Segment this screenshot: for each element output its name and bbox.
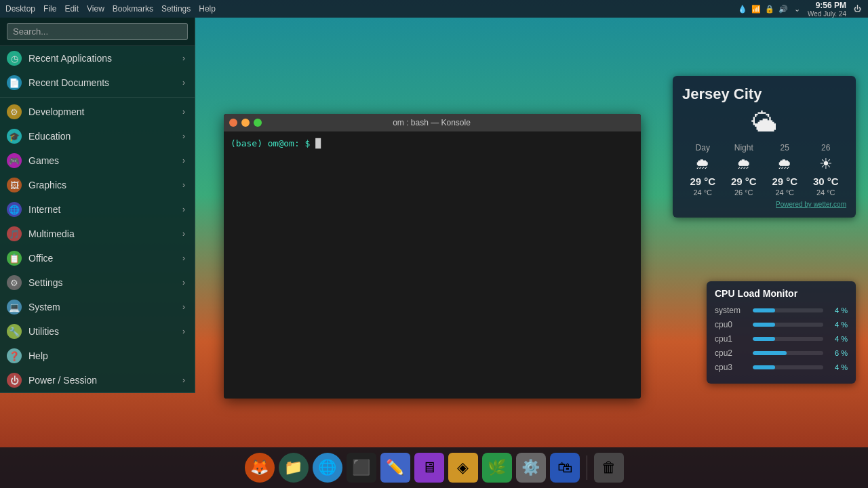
cpu-pct-system: 4 % (827, 306, 848, 314)
cpu-row-cpu2: cpu2 6 % (715, 348, 848, 358)
cpu-bar-cpu3 (753, 365, 775, 369)
weather-day-high-1: 29 °C (724, 176, 765, 187)
menu-item-games[interactable]: 🎮 Games › (0, 148, 195, 173)
menu-label-graphics: Graphics (28, 180, 66, 190)
menu-edit[interactable]: Edit (64, 4, 79, 14)
menu-item-recent-apps[interactable]: ◷ Recent Applications › (0, 46, 195, 70)
clock-date: Wed July. 24 (808, 10, 846, 18)
menu-label-recent-apps: Recent Applications (28, 53, 112, 64)
menu-arrow-education: › (182, 131, 185, 141)
menu-item-left-internet: 🌐 Internet (7, 202, 60, 217)
menu-item-left-utilities: 🔧 Utilities (7, 324, 59, 339)
terminal-window[interactable]: om : bash — Konsole (base) om@om: $ █ (224, 114, 641, 399)
menu-item-system[interactable]: 💻 System › (0, 295, 195, 319)
menu-item-recent-docs[interactable]: 📄 Recent Documents › (0, 70, 195, 95)
cpu-bar-cpu0 (753, 323, 775, 327)
menu-icon-help: ❓ (7, 348, 22, 363)
cpu-pct-cpu0: 4 % (827, 321, 848, 329)
menu-icon-office: 📋 (7, 251, 22, 266)
clock: 9:56 PM (816, 1, 846, 10)
application-menu: ◷ Recent Applications › 📄 Recent Documen… (0, 18, 195, 393)
terminal-close-button[interactable] (229, 119, 237, 127)
terminal-titlebar: om : bash — Konsole (224, 114, 641, 131)
taskbar-top: Desktop File Edit View Bookmarks Setting… (0, 0, 868, 18)
menu-item-settings[interactable]: ⚙ Settings › (0, 270, 195, 295)
menu-item-multimedia[interactable]: 🎵 Multimedia › (0, 222, 195, 246)
dock-item-preferences[interactable]: ⚙️ (516, 453, 546, 483)
menu-help[interactable]: Help (199, 4, 216, 14)
terminal-title: om : bash — Konsole (266, 118, 597, 127)
terminal-minimize-button[interactable] (241, 119, 250, 127)
menu-arrow-graphics: › (182, 180, 185, 190)
weather-widget: Jersey City 🌥 Day 🌧 29 °C 24 °C Night 🌧 … (673, 76, 856, 218)
dock-item-sourcetree[interactable]: 🌿 (482, 453, 512, 483)
dock-item-chrome[interactable]: 🌐 (313, 453, 342, 483)
menu-arrow-internet: › (182, 205, 185, 214)
weather-day-label-0: Day (682, 143, 724, 152)
menu-item-utilities[interactable]: 🔧 Utilities › (0, 319, 195, 344)
menu-item-power[interactable]: ⏻ Power / Session › (0, 368, 195, 392)
menu-settings[interactable]: Settings (161, 4, 191, 14)
power-icon[interactable]: ⏻ (852, 3, 863, 14)
menu-bookmarks[interactable]: Bookmarks (113, 4, 153, 14)
menu-icon-recent-docs: 📄 (7, 75, 22, 90)
dock-item-terminal[interactable]: ⬛ (347, 453, 376, 483)
menu-item-left-help: ❓ Help (7, 348, 48, 363)
menu-label-recent-docs: Recent Documents (28, 77, 109, 88)
menu-item-left-multimedia: 🎵 Multimedia (7, 226, 75, 241)
terminal-maximize-button[interactable] (254, 119, 262, 127)
weather-day-low-3: 24 °C (806, 188, 847, 197)
cpu-bar-bg-cpu1 (753, 337, 823, 341)
chevron-down-icon[interactable]: ⌄ (791, 3, 802, 14)
weather-powered-link[interactable]: Powered by wetter.com (682, 201, 846, 208)
cpu-row-cpu0: cpu0 4 % (715, 320, 848, 329)
dock-item-trash[interactable]: 🗑 (594, 453, 624, 483)
app-menu-label[interactable]: Desktop (5, 4, 35, 14)
cpu-rows: system 4 % cpu0 4 % cpu1 4 % cpu2 6 % cp (715, 306, 848, 372)
weather-days: Day 🌧 29 °C 24 °C Night 🌧 29 °C 26 °C 25… (682, 143, 846, 197)
cpu-label-cpu1: cpu1 (715, 334, 749, 344)
menu-icon-settings: ⚙ (7, 275, 22, 290)
menu-item-development[interactable]: ⚙ Development › (0, 100, 195, 124)
cpu-row-system: system 4 % (715, 306, 848, 315)
menu-search-bar (0, 18, 195, 46)
cpu-row-cpu1: cpu1 4 % (715, 334, 848, 344)
dock-item-sketch[interactable]: ◈ (448, 453, 478, 483)
weather-day-label-3: 26 (806, 143, 847, 152)
menu-item-graphics[interactable]: 🖼 Graphics › (0, 173, 195, 197)
menu-item-left-graphics: 🖼 Graphics (7, 178, 66, 192)
dock-item-folder[interactable]: 📁 (279, 453, 309, 483)
menu-item-office[interactable]: 📋 Office › (0, 246, 195, 270)
dock-item-kate[interactable]: ✏️ (380, 453, 410, 483)
weather-main-icon: 🌥 (682, 108, 846, 138)
menu-arrow-recent-apps: › (182, 54, 185, 63)
menu-file[interactable]: File (43, 4, 56, 14)
weather-day-high-2: 29 °C (764, 176, 806, 187)
cpu-bar-bg-cpu2 (753, 351, 823, 355)
menu-item-help[interactable]: ❓ Help (0, 344, 195, 368)
dock-item-pycharm[interactable]: 🖥 (414, 453, 444, 483)
menu-label-power: Power / Session (28, 375, 97, 386)
menu-arrow-multimedia: › (182, 229, 185, 239)
weather-day-icon-3: ☀ (806, 155, 847, 173)
cpu-bar-system (753, 308, 775, 312)
menu-item-education[interactable]: 🎓 Education › (0, 124, 195, 148)
dock-item-store[interactable]: 🛍 (550, 453, 580, 483)
menu-icon-system: 💻 (7, 300, 22, 314)
weather-day-low-1: 26 °C (724, 188, 765, 197)
menu-icon-internet: 🌐 (7, 202, 22, 217)
menu-item-left-education: 🎓 Education (7, 129, 71, 144)
menu-view[interactable]: View (87, 4, 104, 14)
cpu-bar-bg-cpu3 (753, 365, 823, 369)
cpu-row-cpu3: cpu3 4 % (715, 363, 848, 372)
weather-day-1: Night 🌧 29 °C 26 °C (724, 143, 765, 197)
weather-day-3: 26 ☀ 30 °C 24 °C (806, 143, 847, 197)
menu-item-internet[interactable]: 🌐 Internet › (0, 197, 195, 222)
search-input[interactable] (7, 23, 188, 40)
menu-icon-recent-apps: ◷ (7, 51, 22, 66)
menu-arrow-development: › (182, 107, 185, 117)
menu-label-games: Games (28, 155, 59, 166)
dock-item-firefox[interactable]: 🦊 (245, 453, 275, 483)
weather-day-0: Day 🌧 29 °C 24 °C (682, 143, 724, 197)
cpu-bar-cpu1 (753, 337, 775, 341)
